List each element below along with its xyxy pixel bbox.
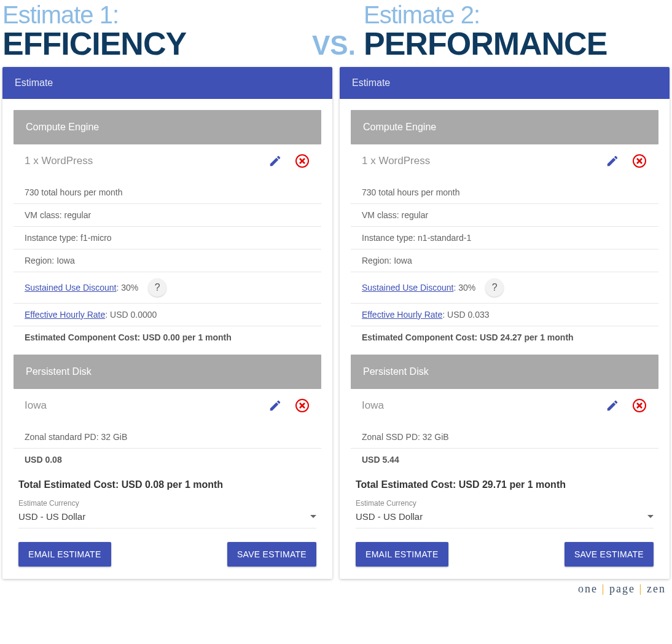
estimate-2-label: Estimate 2:: [364, 2, 670, 27]
disk-section-header: Persistent Disk: [14, 355, 321, 389]
save-estimate-button[interactable]: SAVE ESTIMATE: [227, 542, 316, 567]
total-cost: Total Estimated Cost: USD 0.08 per 1 mon…: [18, 471, 316, 495]
help-icon[interactable]: ?: [485, 278, 504, 297]
total-cost: Total Estimated Cost: USD 29.71 per 1 mo…: [356, 471, 654, 495]
close-icon[interactable]: [294, 153, 310, 169]
currency-label: Estimate Currency: [18, 495, 316, 508]
close-icon[interactable]: [294, 398, 310, 414]
card-header: Estimate: [340, 67, 670, 99]
currency-label: Estimate Currency: [356, 495, 654, 508]
chevron-down-icon: [310, 515, 316, 518]
card-header: Estimate: [2, 67, 332, 99]
sud-link[interactable]: Sustained Use Discount: [25, 283, 116, 293]
sud-row: Sustained Use Discount: 30% ?: [14, 272, 321, 304]
close-icon[interactable]: [631, 153, 647, 169]
sud-link[interactable]: Sustained Use Discount: [362, 283, 453, 293]
email-estimate-button[interactable]: EMAIL ESTIMATE: [18, 542, 111, 567]
pencil-icon[interactable]: [267, 398, 283, 414]
currency-select[interactable]: USD - US Dollar: [356, 508, 654, 528]
resource-title: 1 x WordPress: [25, 155, 256, 167]
compute-section-header: Compute Engine: [351, 110, 658, 144]
disk-desc-row: Zonal SSD PD: 32 GiB: [351, 426, 658, 449]
disk-region-title: Iowa: [25, 399, 256, 412]
estimate-2-name: PERFORMANCE: [364, 27, 670, 61]
close-icon[interactable]: [631, 398, 647, 414]
estimate-card: Estimate Compute Engine 1 x WordPress 73…: [2, 67, 332, 579]
ehr-row: Effective Hourly Rate: USD 0.033: [351, 304, 658, 326]
disk-section-header: Persistent Disk: [351, 355, 658, 389]
estimate-1-label: Estimate 1:: [2, 2, 308, 27]
compute-section-header: Compute Engine: [14, 110, 321, 144]
component-cost-row: Estimated Component Cost: USD 0.00 per 1…: [14, 326, 321, 348]
region-row: Region: Iowa: [14, 249, 321, 272]
instance-type-row: Instance type: f1-micro: [14, 227, 321, 249]
currency-value: USD - US Dollar: [18, 511, 85, 522]
ehr-link[interactable]: Effective Hourly Rate: [362, 310, 442, 320]
comparison-header: Estimate 1: EFFICIENCY VS. Estimate 2: P…: [2, 2, 670, 61]
currency-select[interactable]: USD - US Dollar: [18, 508, 316, 528]
component-cost-row: Estimated Component Cost: USD 24.27 per …: [351, 326, 658, 348]
chevron-down-icon: [647, 515, 654, 518]
save-estimate-button[interactable]: SAVE ESTIMATE: [565, 542, 654, 567]
disk-region-title: Iowa: [362, 399, 593, 412]
vs-label: VS.: [312, 30, 356, 60]
sud-row: Sustained Use Discount: 30% ?: [351, 272, 658, 304]
instance-type-row: Instance type: n1-standard-1: [351, 227, 658, 249]
pencil-icon[interactable]: [604, 398, 620, 414]
estimate-card: Estimate Compute Engine 1 x WordPress 73…: [340, 67, 670, 579]
ehr-row: Effective Hourly Rate: USD 0.0000: [14, 304, 321, 326]
region-row: Region: Iowa: [351, 249, 658, 272]
hours-row: 730 total hours per month: [351, 181, 658, 204]
disk-desc-row: Zonal standard PD: 32 GiB: [14, 426, 321, 449]
disk-cost-row: USD 5.44: [351, 449, 658, 471]
currency-value: USD - US Dollar: [356, 511, 423, 522]
estimate-1-name: EFFICIENCY: [2, 27, 308, 61]
resource-title: 1 x WordPress: [362, 155, 593, 167]
ehr-link[interactable]: Effective Hourly Rate: [25, 310, 105, 320]
hours-row: 730 total hours per month: [14, 181, 321, 204]
disk-cost-row: USD 0.08: [14, 449, 321, 471]
brand-footer: one | page | zen: [2, 579, 670, 595]
email-estimate-button[interactable]: EMAIL ESTIMATE: [356, 542, 448, 567]
vm-class-row: VM class: regular: [351, 204, 658, 227]
vm-class-row: VM class: regular: [14, 204, 321, 227]
help-icon[interactable]: ?: [148, 278, 166, 297]
pencil-icon[interactable]: [604, 153, 620, 169]
pencil-icon[interactable]: [267, 153, 283, 169]
